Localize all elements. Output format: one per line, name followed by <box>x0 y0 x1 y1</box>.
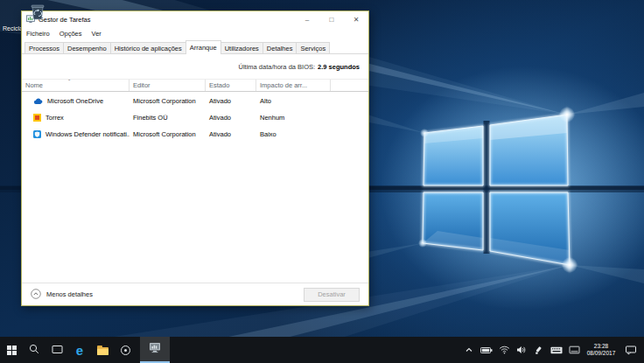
tab-processos[interactable]: Processos <box>24 42 64 53</box>
table-row[interactable]: Microsoft OneDrive Microsoft Corporation… <box>22 93 368 109</box>
window-footer: Menos detalhes Desativar <box>22 283 368 305</box>
table-row[interactable]: Windows Defender notificati... Microsoft… <box>22 126 368 143</box>
table-row[interactable]: Torrex Finebits OÜ Ativado Nenhum <box>22 109 368 126</box>
target-circle-icon <box>121 346 130 355</box>
bios-label: Última data/hora da BIOS: <box>239 63 316 71</box>
tab-desempenho[interactable]: Desempenho <box>63 42 111 53</box>
column-header-impacto[interactable]: Impacto de arr... <box>256 80 331 91</box>
clock-time: 23:28 <box>583 343 620 350</box>
less-details-label: Menos detalhes <box>46 290 93 298</box>
startup-item-name: Windows Defender notificati... <box>46 130 130 138</box>
target-circle-button[interactable] <box>114 337 136 363</box>
tab-servicos[interactable]: Serviços <box>296 42 330 53</box>
title-bar[interactable]: Gestor de Tarefas – □ ✕ <box>22 11 368 27</box>
tab-detalhes[interactable]: Detalhes <box>262 42 298 53</box>
recycle-bin-icon[interactable] <box>28 1 47 24</box>
file-explorer-icon <box>97 346 108 355</box>
column-header-editor[interactable]: Editor <box>130 80 206 91</box>
torrex-icon <box>33 114 41 122</box>
system-tray: 23:28 08/09/2017 <box>460 337 644 363</box>
task-view-button[interactable] <box>46 337 68 363</box>
startup-item-editor: Microsoft Corporation <box>130 130 206 138</box>
menu-ver[interactable]: Ver <box>92 30 102 38</box>
column-header-nome[interactable]: ˆ Nome <box>22 80 130 91</box>
startup-items-list: Microsoft OneDrive Microsoft Corporation… <box>22 93 368 143</box>
minimize-button[interactable]: – <box>295 11 319 27</box>
startup-item-impacto: Nenhum <box>256 114 331 122</box>
defender-shield-icon <box>33 130 41 138</box>
close-button[interactable]: ✕ <box>344 11 368 27</box>
desktop: Reciclagem Gestor de Tarefas – □ ✕ Fiche <box>0 0 644 363</box>
action-center-button[interactable] <box>620 337 642 363</box>
chevron-up-circle-icon <box>31 289 41 301</box>
battery-icon <box>480 346 493 354</box>
keyboard-button[interactable] <box>548 337 565 363</box>
taskbar-clock[interactable]: 23:28 08/09/2017 <box>583 337 620 363</box>
clock-date: 08/09/2017 <box>583 350 620 357</box>
battery-button[interactable] <box>478 337 495 363</box>
wifi-icon <box>499 346 510 354</box>
pen-connector-icon <box>535 346 544 355</box>
menu-bar: Ficheiro Opções Ver <box>22 27 368 39</box>
table-header: ˆ Nome Editor Estado Impacto de arr... <box>22 79 368 92</box>
tab-strip: Processos Desempenho Histórico de aplica… <box>22 39 368 54</box>
startup-item-impacto: Baixo <box>256 130 331 138</box>
volume-button[interactable] <box>513 337 530 363</box>
column-header-filler <box>331 80 368 91</box>
task-manager-taskbar-button[interactable] <box>140 337 170 363</box>
monitor-tray-button[interactable] <box>565 337 583 363</box>
task-manager-window: Gestor de Tarefas – □ ✕ Ficheiro Opções … <box>21 10 369 306</box>
task-manager-icon <box>149 341 161 357</box>
startup-item-name: Microsoft OneDrive <box>47 97 103 105</box>
monitor-tray-icon <box>569 346 580 354</box>
tab-utilizadores[interactable]: Utilizadores <box>220 42 263 53</box>
recycle-bin-label: Reciclagem <box>3 25 21 31</box>
startup-item-estado: Ativado <box>206 114 256 122</box>
search-button[interactable] <box>23 337 46 363</box>
keyboard-icon <box>550 346 563 354</box>
hidden-icons-button[interactable] <box>460 337 478 363</box>
startup-item-estado: Ativado <box>206 130 256 138</box>
window-title: Gestor de Tarefas <box>38 16 295 24</box>
edge-icon: e <box>76 344 83 357</box>
pen-button[interactable] <box>530 337 548 363</box>
bios-time: Última data/hora da BIOS:2.9 segundos <box>239 63 360 71</box>
edge-button[interactable]: e <box>68 337 91 363</box>
startup-item-estado: Ativado <box>206 97 256 105</box>
less-details-toggle[interactable]: Menos detalhes <box>31 289 93 301</box>
start-icon <box>7 346 17 355</box>
search-icon <box>29 342 39 358</box>
maximize-button[interactable]: □ <box>319 11 344 27</box>
window-controls: – □ ✕ <box>295 11 368 27</box>
desativar-button[interactable]: Desativar <box>304 288 360 302</box>
startup-item-impacto: Alto <box>256 97 331 105</box>
start-button[interactable] <box>0 337 23 363</box>
menu-ficheiro[interactable]: Ficheiro <box>26 30 50 38</box>
file-explorer-button[interactable] <box>91 337 114 363</box>
action-center-icon <box>625 345 637 355</box>
tab-historico-de-aplicacoes[interactable]: Histórico de aplicações <box>110 42 186 53</box>
onedrive-cloud-icon <box>33 98 43 105</box>
startup-tab-content: Última data/hora da BIOS:2.9 segundos ˆ … <box>22 54 368 283</box>
column-header-estado[interactable]: Estado <box>206 80 256 91</box>
startup-item-name: Torrex <box>46 114 64 122</box>
volume-icon <box>516 346 527 354</box>
sort-ascending-icon: ˆ <box>68 80 70 85</box>
wifi-button[interactable] <box>495 337 513 363</box>
startup-item-editor: Microsoft Corporation <box>130 97 206 105</box>
task-view-icon <box>52 342 63 358</box>
tab-arranque[interactable]: Arranque <box>186 40 221 54</box>
taskbar: e <box>0 337 644 363</box>
hidden-icons-chevron-icon <box>465 346 473 353</box>
startup-item-editor: Finebits OÜ <box>130 114 206 122</box>
menu-opcoes[interactable]: Opções <box>60 30 82 38</box>
bios-value: 2.9 segundos <box>318 63 360 71</box>
